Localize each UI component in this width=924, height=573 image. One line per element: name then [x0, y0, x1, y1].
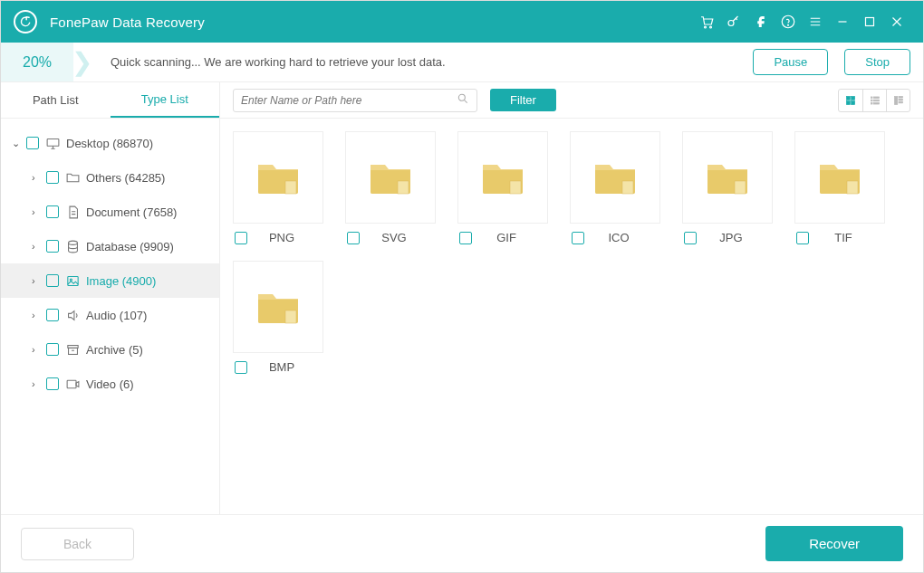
tree-item-document[interactable]: ›Document (7658): [1, 195, 219, 229]
checkbox[interactable]: [796, 232, 809, 244]
search-input-wrap[interactable]: [233, 89, 477, 112]
tab-path-list[interactable]: Path List: [1, 82, 111, 118]
view-grid-icon[interactable]: [839, 90, 862, 111]
folder-card[interactable]: GIF: [457, 131, 548, 244]
video-icon: [64, 376, 81, 392]
checkbox[interactable]: [46, 240, 59, 253]
svg-rect-8: [67, 276, 77, 285]
svg-rect-24: [894, 96, 898, 104]
footer: Back Recover: [1, 514, 923, 572]
key-icon[interactable]: [720, 8, 747, 35]
svg-point-4: [788, 24, 789, 25]
database-icon: [64, 238, 81, 254]
titlebar: FonePaw Data Recovery: [1, 1, 923, 43]
folder-thumbnail: [570, 131, 660, 224]
folder-thumbnail: [345, 131, 436, 224]
search-input[interactable]: [241, 94, 457, 107]
tree-label: Database (9909): [86, 240, 174, 253]
tree-item-archive[interactable]: ›Archive (5): [1, 332, 219, 367]
back-button[interactable]: Back: [21, 528, 134, 560]
svg-rect-12: [67, 380, 76, 388]
search-icon[interactable]: [457, 92, 469, 108]
checkbox[interactable]: [572, 232, 584, 244]
folder-thumbnail: [233, 261, 323, 353]
minimize-icon[interactable]: [829, 8, 856, 35]
main: Filter PNGSVGGIFICOJPGTIFBMP: [220, 82, 923, 514]
svg-point-1: [710, 26, 712, 28]
view-list-icon[interactable]: [862, 90, 886, 111]
folder-label: PNG: [255, 231, 323, 244]
folder-card[interactable]: BMP: [233, 261, 323, 374]
stop-button[interactable]: Stop: [844, 49, 910, 75]
tree-label: Archive (5): [86, 343, 143, 357]
desktop-icon: [44, 135, 61, 151]
svg-rect-14: [846, 96, 850, 100]
folder-thumbnail: [457, 131, 548, 224]
checkbox[interactable]: [26, 137, 39, 149]
tree-label: Desktop (86870): [66, 137, 153, 150]
filter-button[interactable]: Filter: [490, 89, 556, 111]
caret-right-icon: ›: [32, 378, 41, 389]
caret-right-icon: ›: [32, 241, 41, 252]
checkbox[interactable]: [235, 232, 247, 244]
folder-card[interactable]: JPG: [682, 131, 773, 244]
folder-label: GIF: [479, 231, 548, 244]
folder-label: TIF: [816, 231, 885, 244]
view-toggle: [838, 89, 910, 112]
pause-button[interactable]: Pause: [753, 49, 828, 75]
tree-item-database[interactable]: ›Database (9909): [1, 229, 219, 263]
tree-label: Video (6): [86, 377, 134, 391]
help-icon[interactable]: [775, 8, 802, 35]
tree-label: Document (7658): [86, 205, 177, 219]
folder-card[interactable]: PNG: [233, 131, 323, 244]
folder-card[interactable]: TIF: [794, 131, 885, 244]
svg-rect-6: [47, 138, 59, 146]
progress-status: Quick scanning... We are working hard to…: [111, 55, 446, 69]
checkbox[interactable]: [235, 361, 247, 374]
tree-item-audio[interactable]: ›Audio (107): [1, 298, 219, 332]
svg-rect-30: [510, 181, 521, 194]
checkbox[interactable]: [459, 232, 472, 244]
maximize-icon[interactable]: [856, 8, 883, 35]
toolbar: Filter: [220, 82, 923, 119]
checkbox[interactable]: [46, 171, 59, 184]
svg-rect-17: [852, 100, 855, 104]
checkbox[interactable]: [347, 232, 360, 244]
close-icon[interactable]: [883, 8, 910, 35]
folder-thumbnail: [794, 131, 885, 224]
checkbox[interactable]: [46, 205, 59, 218]
folder-label: SVG: [367, 231, 436, 244]
checkbox[interactable]: [684, 232, 697, 244]
menu-icon[interactable]: [802, 8, 829, 35]
svg-rect-22: [871, 102, 872, 104]
caret-right-icon: ›: [32, 172, 41, 183]
facebook-icon[interactable]: [747, 8, 775, 35]
tree-root-desktop[interactable]: ⌄ Desktop (86870): [1, 126, 219, 160]
image-icon: [64, 272, 81, 289]
folder-label: ICO: [592, 231, 660, 244]
archive-icon: [64, 341, 81, 358]
caret-right-icon: ›: [32, 275, 41, 286]
folder-icon: [64, 169, 81, 186]
recover-button[interactable]: Recover: [765, 526, 903, 561]
checkbox[interactable]: [46, 343, 59, 356]
folder-label: BMP: [255, 360, 323, 374]
sidebar: Path List Type List ⌄ Desktop (86870) ›O…: [1, 82, 220, 514]
folder-card[interactable]: ICO: [570, 131, 660, 244]
folder-card[interactable]: SVG: [345, 131, 436, 244]
cart-icon[interactable]: [693, 8, 720, 35]
view-detail-icon[interactable]: [886, 90, 910, 111]
tree-item-image[interactable]: ›Image (4900): [1, 263, 219, 298]
tree-item-folder[interactable]: ›Others (64285): [1, 160, 219, 195]
tab-type-list[interactable]: Type List: [111, 82, 220, 118]
checkbox[interactable]: [46, 274, 59, 287]
caret-down-icon: ⌄: [12, 138, 21, 149]
app-logo: [14, 10, 37, 33]
tree-label: Others (64285): [86, 171, 165, 185]
tree-item-video[interactable]: ›Video (6): [1, 367, 219, 401]
checkbox[interactable]: [46, 377, 59, 390]
checkbox[interactable]: [46, 309, 59, 321]
folder-thumbnail: [682, 131, 773, 224]
progress-bar: 20% ❯ Quick scanning... We are working h…: [1, 43, 923, 82]
svg-point-2: [728, 21, 734, 26]
